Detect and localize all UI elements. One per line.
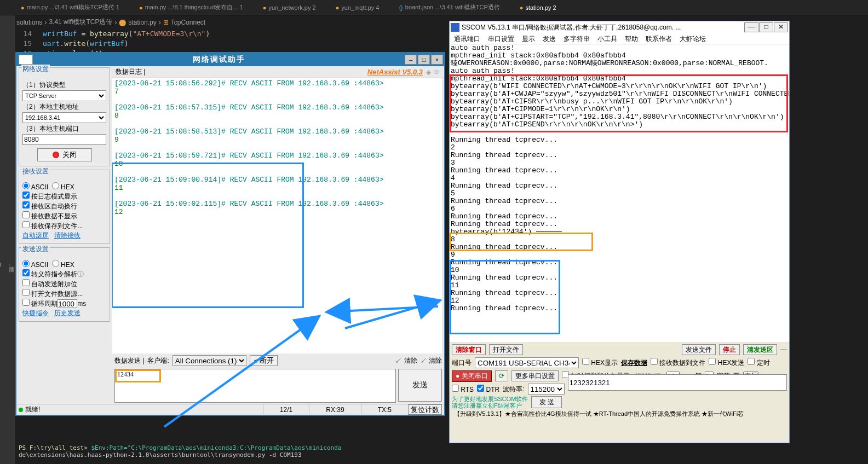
- clear-window-button[interactable]: 清除窗口: [452, 344, 486, 355]
- py-icon: ⬤: [119, 19, 126, 26]
- na-sys-icon[interactable]: ▦▾: [19, 55, 33, 65]
- tab-main2[interactable]: ●main.py ...\8.1 thingscloud发布自... 1: [135, 1, 248, 14]
- connections-select[interactable]: All Connections (1): [173, 355, 246, 366]
- settings-icon[interactable]: ⛮: [433, 68, 440, 76]
- port-input[interactable]: [22, 134, 106, 145]
- tab-yun-network[interactable]: ●yun_network.py 2: [258, 2, 320, 13]
- history-link[interactable]: 历史发送: [54, 309, 81, 317]
- vscode-activity-bar: 播放... 1 2: [0, 15, 15, 464]
- clear-recv-link[interactable]: 清除接收: [54, 231, 81, 239]
- maximize-button[interactable]: □: [759, 22, 773, 32]
- auto-scroll-link[interactable]: 自动滚屏: [22, 231, 49, 239]
- menu-help[interactable]: 帮助: [625, 34, 638, 43]
- stop-button[interactable]: 停止: [719, 344, 740, 355]
- netassist-statusbar: 就绪! 12/1 RX:39 TX:5 复位计数: [16, 404, 444, 415]
- timed-cb[interactable]: 定时: [748, 358, 769, 368]
- menu-send[interactable]: 发送: [543, 34, 556, 43]
- netassist-right-panel: 数据日志 | NetAssist V5.0.3 ◈ ⛮ [2023-06-21 …: [112, 66, 444, 404]
- close-button[interactable]: ×: [431, 55, 443, 65]
- sscom-menubar: 通讯端口 串口设置 显示 发送 多字符串 小工具 帮助 联系作者 大虾论坛: [450, 33, 789, 44]
- send-settings-group: 发送设置 ASCII HEX 转义符指令解析 ⓘ 自动发送附加位 打开文件数据源…: [19, 247, 110, 322]
- clear-label[interactable]: ↙ 清除: [395, 356, 417, 366]
- auto-append-cb[interactable]: 自动发送附加位: [22, 279, 77, 289]
- disconnect-button[interactable]: ◂ 断开: [250, 355, 278, 366]
- upgrade-banner[interactable]: 【升级到V5.13.1】★合宙高性价比4G模块值得一试 ★RT-Thread中国…: [452, 409, 787, 419]
- hex-send-cb[interactable]: HEX发送: [709, 358, 744, 368]
- sscom-app-icon: [451, 23, 459, 32]
- sscom-controls: 清除窗口 打开文件 发送文件 停止 清发送区 — 端口号 COM191 USB-…: [450, 342, 789, 420]
- send-ascii-radio[interactable]: ASCII: [22, 261, 48, 269]
- rts-cb[interactable]: RTS: [452, 385, 474, 393]
- open-file-button[interactable]: 打开文件: [489, 344, 523, 355]
- menu-serial[interactable]: 串口设置: [488, 34, 514, 43]
- menu-port[interactable]: 通讯端口: [454, 34, 480, 43]
- more-settings-button[interactable]: 更多串口设置: [511, 370, 559, 381]
- save-data-link[interactable]: 保存数据: [621, 358, 647, 368]
- recv-wrap-cb[interactable]: 接收区自动换行: [22, 201, 77, 211]
- recv-save-cb[interactable]: 接收保存到文件...: [22, 221, 83, 231]
- cycle-cb[interactable]: 循环周期: [22, 299, 58, 309]
- cycle-input[interactable]: [58, 299, 77, 308]
- refresh-button[interactable]: ⟳: [495, 370, 508, 381]
- recv-hide-cb[interactable]: 接收数据不显示: [22, 211, 77, 221]
- py-icon: ●: [139, 4, 143, 11]
- info-icon: ⓘ: [77, 270, 84, 279]
- sscom-titlebar[interactable]: SSCOM V5.13.1 串口/网络数据调试器,作者:大虾丁丁,2618058…: [450, 21, 789, 33]
- menu-display[interactable]: 显示: [522, 34, 535, 43]
- py-icon: ●: [263, 4, 267, 11]
- clear-label-2[interactable]: ↙ 清除: [421, 356, 442, 366]
- hex-display-cb[interactable]: HEX显示: [582, 358, 618, 368]
- tab-yun-mqtt[interactable]: ●yun_mqtt.py 4: [331, 2, 384, 13]
- close-connection-button[interactable]: 关闭: [37, 148, 92, 161]
- log-header: 数据日志 | NetAssist V5.0.3 ◈ ⛮: [112, 66, 444, 78]
- proto-select[interactable]: TCP Server: [22, 90, 106, 101]
- recv-hex-radio[interactable]: HEX: [52, 183, 74, 191]
- maximize-button[interactable]: □: [418, 55, 430, 65]
- dtr-cb[interactable]: DTR: [477, 385, 499, 393]
- proto-label: （1）协议类型: [22, 80, 106, 90]
- expand-icon[interactable]: —: [780, 346, 787, 353]
- brand-link[interactable]: NetAssist V5.0.3: [367, 68, 423, 76]
- reset-count-button[interactable]: 复位计数: [408, 404, 442, 415]
- menu-contact[interactable]: 联系作者: [646, 34, 672, 43]
- menu-forum[interactable]: 大虾论坛: [680, 34, 706, 43]
- tab-main1[interactable]: ●main.py ...\3.41 wifi模块TCP透传 1: [16, 1, 124, 14]
- netassist-titlebar[interactable]: ▦▾ 网络调试助手 – □ ×: [16, 53, 444, 66]
- send-header: 数据发送 | 客户端: All Connections (1) ◂ 断开 ↙ 清…: [112, 353, 444, 368]
- minimize-button[interactable]: —: [744, 22, 758, 32]
- send-file-button[interactable]: 发送文件: [682, 344, 716, 355]
- baud-select[interactable]: 115200: [528, 384, 565, 395]
- clear-send-button[interactable]: 清发送区: [743, 344, 777, 355]
- send-hex-radio[interactable]: HEX: [52, 261, 74, 269]
- editor-tabs: ●main.py ...\3.41 wifi模块TCP透传 1 ●main.py…: [0, 0, 868, 15]
- port-label: （3）本地主机端口: [22, 124, 106, 134]
- menu-multistr[interactable]: 多字符串: [564, 34, 590, 43]
- close-port-button[interactable]: ● 关闭串口: [452, 370, 492, 382]
- recv-log-mode-cb[interactable]: 按日志模式显示: [22, 192, 77, 201]
- tab-station[interactable]: ●station.py 2: [515, 2, 561, 13]
- open-file-cb[interactable]: 打开文件数据源...: [22, 289, 83, 299]
- py-icon: ●: [336, 4, 340, 11]
- send-textbox[interactable]: 12434: [114, 369, 396, 403]
- menu-tools[interactable]: 小工具: [597, 34, 617, 43]
- recv-to-file-cb[interactable]: 接收数据到文件: [651, 358, 705, 368]
- tab-board-json[interactable]: {}board.json ...\3.41 wifi模块TCP透传: [394, 1, 504, 14]
- close-button[interactable]: ✕: [774, 22, 788, 32]
- send-input[interactable]: [568, 374, 787, 391]
- terminal[interactable]: PS F:\try\all_test> $Env:Path="C:\Progra…: [16, 442, 449, 464]
- side-label: 播放...: [7, 262, 15, 266]
- net-settings-group: 网络设置 （1）协议类型 TCP Server （2）本地主机地址 192.16…: [19, 67, 110, 166]
- netassist-title: 网络调试助手: [33, 55, 405, 65]
- json-icon: {}: [399, 4, 403, 11]
- escape-cb[interactable]: 转义符指令解析: [22, 269, 77, 279]
- sscom-log[interactable]: auto auth pass! mpthread_init stack:0x80…: [450, 44, 789, 342]
- minimize-button[interactable]: –: [405, 55, 417, 65]
- host-select[interactable]: 192.168.3.41: [22, 112, 106, 123]
- log-area[interactable]: [2023-06-21 15:08:56.292]# RECV ASCII FR…: [112, 78, 442, 353]
- shortcut-link[interactable]: 快捷指令: [22, 309, 49, 317]
- sscom-window: SSCOM V5.13.1 串口/网络数据调试器,作者:大虾丁丁,2618058…: [449, 21, 790, 443]
- send-button[interactable]: 发送: [398, 369, 442, 402]
- recv-ascii-radio[interactable]: ASCII: [22, 183, 48, 191]
- send-button[interactable]: 发 送: [531, 396, 562, 408]
- port-select[interactable]: COM191 USB-SERIAL CH340: [475, 357, 579, 368]
